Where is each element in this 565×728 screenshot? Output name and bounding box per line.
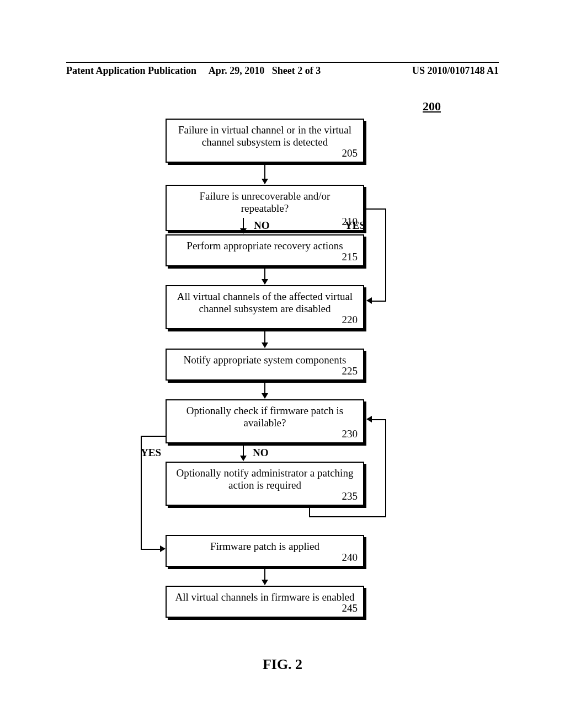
- node-240-num: 240: [342, 552, 358, 564]
- node-245-num: 245: [342, 602, 358, 614]
- node-220: All virtual channels of the affected vir…: [166, 285, 364, 329]
- arrowhead-into-220: [366, 297, 372, 304]
- node-205-text: Failure in virtual channel or in the vir…: [178, 124, 351, 148]
- node-230-num: 230: [342, 428, 358, 440]
- arrow-230-no-235: [243, 445, 244, 461]
- node-240-text: Firmware patch is applied: [210, 540, 319, 552]
- arrowhead-into-240: [160, 545, 166, 552]
- arrow-205-210: [264, 164, 265, 184]
- arrow-215-220: [264, 267, 265, 284]
- label-210-no: NO: [254, 220, 270, 232]
- arrowhead-into-230: [366, 416, 372, 422]
- node-215-num: 215: [342, 251, 358, 263]
- node-225: Notify appropriate system components 225: [166, 349, 364, 381]
- line-230-yes-h: [141, 436, 166, 437]
- line-210-yes-h: [366, 208, 386, 210]
- line-230-yes-h2: [141, 549, 160, 550]
- node-205-num: 205: [342, 147, 358, 159]
- node-235-text: Optionally notify administrator a patchi…: [177, 467, 354, 491]
- arrow-225-230: [264, 382, 265, 398]
- label-230-yes: YES: [141, 447, 161, 459]
- label-230-no: NO: [253, 447, 269, 459]
- node-225-text: Notify appropriate system components: [184, 354, 347, 366]
- arrow-210-no-215: [243, 218, 244, 233]
- node-230-text: Optionally check if firmware patch is av…: [186, 405, 343, 429]
- arrow-240-245: [264, 568, 265, 585]
- node-205: Failure in virtual channel or in the vir…: [166, 119, 364, 163]
- node-245-text: All virtual channels in firmware is enab…: [175, 591, 354, 603]
- figure-caption: FIG. 2: [0, 656, 565, 673]
- arrow-220-225: [264, 331, 265, 347]
- node-225-num: 225: [342, 365, 358, 377]
- node-210-text: Failure is unrecoverable and/or repeatab…: [200, 190, 331, 214]
- node-245: All virtual channels in firmware is enab…: [166, 586, 364, 618]
- line-235-loop-h1: [309, 516, 386, 517]
- node-235: Optionally notify administrator a patchi…: [166, 462, 364, 506]
- line-235-loop-v2: [385, 419, 386, 517]
- node-215: Perform appropriate recovery actions 215: [166, 234, 364, 266]
- line-210-yes-h2: [372, 301, 386, 302]
- line-210-yes-v: [385, 208, 386, 301]
- line-235-loop-h2: [372, 419, 386, 420]
- flowchart: Failure in virtual channel or in the vir…: [0, 0, 565, 728]
- node-215-text: Perform appropriate recovery actions: [186, 240, 343, 251]
- node-240: Firmware patch is applied 240: [166, 535, 364, 567]
- line-230-yes-v: [141, 436, 142, 549]
- node-220-text: All virtual channels of the affected vir…: [177, 291, 353, 314]
- label-210-yes: YES: [345, 220, 365, 232]
- node-235-num: 235: [342, 490, 358, 502]
- node-220-num: 220: [342, 314, 358, 326]
- node-230: Optionally check if firmware patch is av…: [166, 399, 364, 443]
